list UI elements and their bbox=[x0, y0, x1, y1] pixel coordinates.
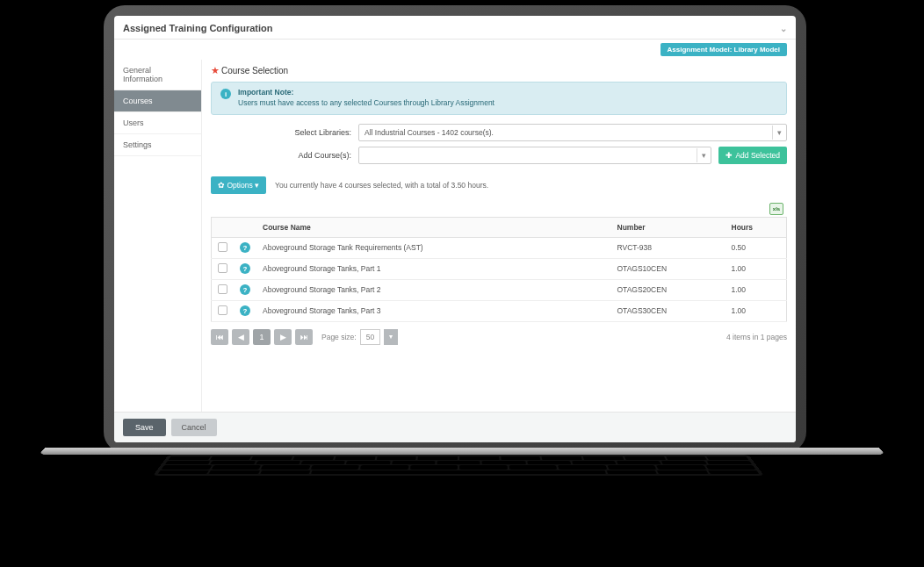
footer: Save Cancel bbox=[114, 412, 796, 442]
cell-name: Aboveground Storage Tanks, Part 3 bbox=[256, 300, 611, 321]
table-row: ? Aboveground Storage Tanks, Part 2 OTAG… bbox=[212, 279, 787, 300]
info-note: i Important Note: Users must have access… bbox=[211, 82, 787, 115]
cell-hours: 1.00 bbox=[725, 279, 787, 300]
cancel-button[interactable]: Cancel bbox=[171, 419, 217, 436]
laptop-frame: Assigned Training Configuration ⌄ Assign… bbox=[104, 5, 806, 453]
cell-hours: 0.50 bbox=[725, 237, 787, 258]
cell-number: OTAGS10CEN bbox=[611, 258, 725, 279]
row-checkbox[interactable] bbox=[218, 242, 227, 252]
pager-last-button[interactable]: ⏭ bbox=[295, 329, 313, 345]
plus-icon: ✚ bbox=[725, 151, 733, 160]
col-course-name[interactable]: Course Name bbox=[256, 217, 611, 237]
body: General Information Courses Users Settin… bbox=[114, 60, 796, 412]
add-selected-button[interactable]: ✚ Add Selected bbox=[718, 147, 787, 164]
chevron-down-icon: ▾ bbox=[772, 126, 786, 140]
collapse-icon[interactable]: ⌄ bbox=[780, 24, 787, 33]
sidebar-item-label: Settings bbox=[123, 140, 152, 149]
page-title: Assigned Training Configuration bbox=[123, 23, 273, 33]
add-selected-label: Add Selected bbox=[735, 151, 780, 160]
export-excel-icon[interactable]: xls bbox=[769, 203, 783, 215]
page-size-value[interactable]: 50 bbox=[360, 329, 380, 345]
sidebar-item-general[interactable]: General Information bbox=[114, 60, 201, 90]
cell-name: Aboveground Storage Tanks, Part 2 bbox=[256, 279, 611, 300]
titlebar: Assigned Training Configuration ⌄ bbox=[114, 16, 796, 39]
sidebar-item-settings[interactable]: Settings bbox=[114, 134, 201, 156]
sidebar: General Information Courses Users Settin… bbox=[114, 60, 202, 412]
cell-name: Aboveground Storage Tanks, Part 1 bbox=[256, 258, 611, 279]
section-title-text: Course Selection bbox=[221, 66, 288, 75]
help-icon[interactable]: ? bbox=[240, 305, 250, 316]
col-hours[interactable]: Hours bbox=[725, 217, 787, 237]
courses-table: Course Name Number Hours ? Aboveground S… bbox=[211, 217, 787, 322]
pager-first-button[interactable]: ⏮ bbox=[211, 329, 228, 345]
select-libraries-value: All Industrial Courses - 1402 course(s). bbox=[365, 128, 494, 137]
info-icon: i bbox=[220, 89, 231, 99]
cell-name: Aboveground Storage Tank Requirements (A… bbox=[256, 237, 611, 258]
select-libraries-row: Select Libraries: All Industrial Courses… bbox=[211, 124, 787, 141]
laptop-keyboard bbox=[153, 455, 764, 476]
pager-info: 4 items in 1 pages bbox=[726, 333, 787, 341]
cell-hours: 1.00 bbox=[725, 258, 787, 279]
required-star-icon: ★ bbox=[211, 65, 220, 75]
col-help bbox=[234, 217, 256, 237]
table-row: ? Aboveground Storage Tanks, Part 1 OTAG… bbox=[212, 258, 787, 279]
add-courses-label: Add Course(s): bbox=[211, 151, 351, 160]
gear-icon: ✿ bbox=[218, 181, 225, 190]
chevron-down-icon: ▾ bbox=[697, 148, 711, 162]
cell-number: OTAGS30CEN bbox=[611, 300, 725, 321]
laptop-screen: Assigned Training Configuration ⌄ Assign… bbox=[114, 16, 796, 442]
help-icon[interactable]: ? bbox=[240, 263, 250, 274]
pager: ⏮ ◀ 1 ▶ ⏭ Page size: 50 ▾ 4 items in 1 p… bbox=[211, 329, 787, 345]
pager-prev-button[interactable]: ◀ bbox=[232, 329, 249, 345]
add-courses-row: Add Course(s): ▾ ✚ Add Selected bbox=[211, 147, 787, 164]
select-libraries-dropdown[interactable]: All Industrial Courses - 1402 course(s).… bbox=[358, 124, 787, 141]
col-check bbox=[212, 217, 235, 237]
options-row: ✿ Options ▾ You currently have 4 courses… bbox=[211, 176, 787, 194]
sidebar-item-label: Courses bbox=[123, 97, 153, 105]
sidebar-item-courses[interactable]: Courses bbox=[114, 90, 201, 112]
sidebar-item-label: Users bbox=[123, 118, 144, 127]
chevron-down-icon: ▾ bbox=[255, 181, 259, 190]
info-note-text: Important Note: Users must have access t… bbox=[238, 88, 494, 109]
cell-number: OTAGS20CEN bbox=[611, 279, 725, 300]
options-button[interactable]: ✿ Options ▾ bbox=[211, 176, 266, 194]
table-row: ? Aboveground Storage Tanks, Part 3 OTAG… bbox=[212, 300, 787, 321]
row-checkbox[interactable] bbox=[218, 284, 227, 294]
page-size-label: Page size: bbox=[321, 333, 357, 341]
sidebar-item-users[interactable]: Users bbox=[114, 112, 201, 134]
help-icon[interactable]: ? bbox=[240, 284, 250, 295]
app-root: Assigned Training Configuration ⌄ Assign… bbox=[114, 16, 796, 442]
badge-row: Assignment Model: Library Model bbox=[114, 39, 796, 60]
cell-hours: 1.00 bbox=[725, 300, 787, 321]
assignment-model-badge: Assignment Model: Library Model bbox=[661, 43, 787, 56]
row-checkbox[interactable] bbox=[218, 263, 227, 273]
info-note-title: Important Note: bbox=[238, 88, 494, 98]
select-libraries-label: Select Libraries: bbox=[211, 128, 351, 137]
section-title: ★Course Selection bbox=[211, 65, 787, 76]
add-courses-dropdown[interactable]: ▾ bbox=[358, 147, 711, 164]
table-row: ? Aboveground Storage Tank Requirements … bbox=[212, 237, 787, 258]
export-row: xls bbox=[211, 201, 787, 217]
pager-next-button[interactable]: ▶ bbox=[274, 329, 292, 345]
row-checkbox[interactable] bbox=[218, 305, 227, 315]
help-icon[interactable]: ? bbox=[240, 242, 250, 253]
main-panel: ★Course Selection i Important Note: User… bbox=[202, 60, 796, 412]
pager-page-current[interactable]: 1 bbox=[253, 329, 271, 345]
col-number[interactable]: Number bbox=[611, 217, 725, 237]
page-size-dropdown[interactable]: ▾ bbox=[384, 329, 398, 345]
sidebar-item-label: General Information bbox=[123, 66, 162, 83]
cell-number: RVCT-938 bbox=[611, 237, 725, 258]
options-label: Options bbox=[227, 181, 252, 190]
selection-summary: You currently have 4 courses selected, w… bbox=[275, 181, 488, 190]
info-note-body: Users must have access to any selected C… bbox=[238, 98, 494, 107]
save-button[interactable]: Save bbox=[123, 419, 166, 436]
table-header-row: Course Name Number Hours bbox=[212, 217, 787, 237]
